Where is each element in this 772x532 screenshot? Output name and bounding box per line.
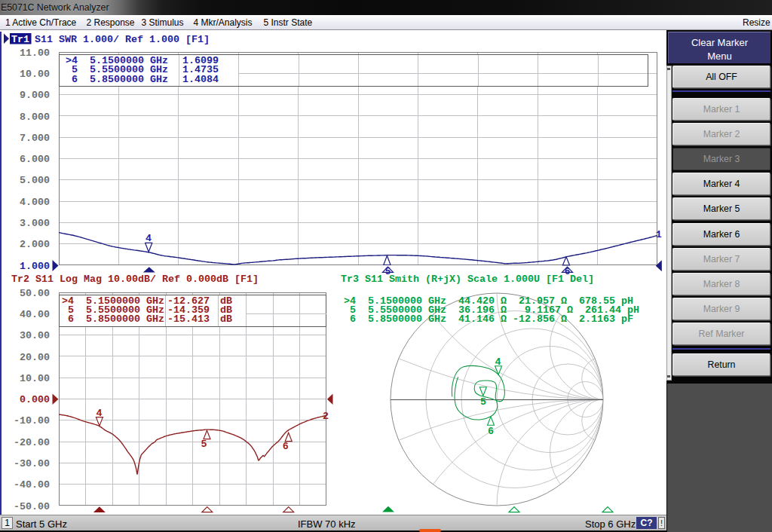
- svg-text:-30.00: -30.00: [14, 458, 50, 469]
- svg-text:30.00: 30.00: [20, 330, 50, 341]
- svg-text:6 5.8500000 GHz 41.146 Ω -12: 6 5.8500000 GHz 41.146 Ω -12.856 Ω 2.116…: [344, 313, 633, 325]
- svg-text:1.4084: 1.4084: [182, 74, 219, 85]
- svg-text:1: 1: [656, 229, 662, 240]
- svg-text:4.000: 4.000: [20, 197, 50, 208]
- svg-text:8.000: 8.000: [20, 112, 50, 123]
- svg-text:6 5.8500000 GHz: 6 5.8500000 GHz: [62, 313, 164, 325]
- svg-text:5: 5: [480, 396, 486, 408]
- svg-text:4: 4: [146, 233, 152, 244]
- svg-text:2: 2: [323, 411, 329, 422]
- svg-text:40.00: 40.00: [20, 309, 50, 320]
- svg-text:9.000: 9.000: [20, 90, 50, 101]
- svg-text:5: 5: [201, 439, 207, 450]
- svg-text:1.000: 1.000: [20, 261, 50, 272]
- svg-text:6 5.8500000 GHz: 6 5.8500000 GHz: [66, 74, 168, 85]
- svg-text:Tr1: Tr1: [11, 34, 29, 45]
- svg-text:6: 6: [283, 441, 289, 452]
- svg-text:-50.00: -50.00: [14, 501, 50, 512]
- svg-text:6: 6: [488, 426, 494, 437]
- svg-text:7.000: 7.000: [20, 133, 50, 144]
- svg-text:-15.413: -15.413: [167, 313, 210, 325]
- svg-text:6.000: 6.000: [20, 154, 50, 165]
- svg-text:11.00: 11.00: [20, 47, 50, 59]
- svg-text:0.000: 0.000: [20, 394, 50, 405]
- svg-text:3.000: 3.000: [20, 218, 50, 229]
- svg-text:20.00: 20.00: [20, 352, 50, 363]
- svg-text:Tr3 S11 Smith (R+jX) Scale 1.0: Tr3 S11 Smith (R+jX) Scale 1.000U [F1 De…: [341, 274, 594, 285]
- svg-text:-20.00: -20.00: [14, 437, 50, 448]
- svg-text:S11 SWR 1.000/ Ref 1.000 [F1]: S11 SWR 1.000/ Ref 1.000 [F1]: [35, 34, 210, 45]
- svg-text:10.00: 10.00: [20, 69, 50, 80]
- svg-text:10.00: 10.00: [20, 373, 50, 384]
- svg-text:-10.00: -10.00: [14, 415, 50, 427]
- svg-text:dB: dB: [220, 313, 232, 325]
- svg-text:-40.00: -40.00: [14, 479, 50, 491]
- svg-text:2.000: 2.000: [20, 239, 50, 250]
- svg-text:50.00: 50.00: [20, 288, 50, 299]
- svg-text:5.000: 5.000: [20, 175, 50, 186]
- svg-text:Tr2 S11 Log Mag 10.00dB/ Ref 0: Tr2 S11 Log Mag 10.00dB/ Ref 0.000dB [F1…: [11, 274, 259, 285]
